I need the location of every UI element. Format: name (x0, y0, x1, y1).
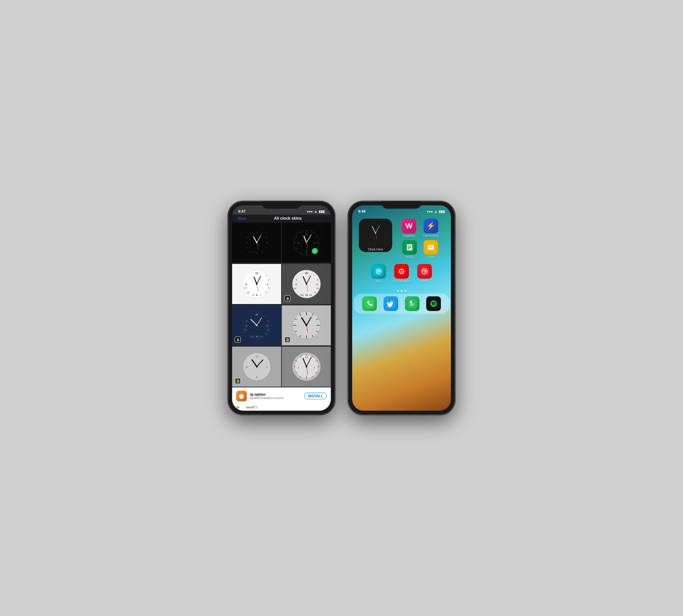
svg-text:2: 2 (268, 279, 270, 281)
battery-icon-left: ▮▮▮ (319, 210, 325, 213)
dock-evernote[interactable] (405, 296, 420, 311)
clock-widget-wrap: Clock Face (359, 219, 392, 252)
status-time-left: 9:47 (238, 209, 246, 213)
svg-point-235 (430, 300, 437, 307)
clock-skins-grid: 12 3 6 9 ✓ (232, 223, 331, 387)
ad-subtitle: $10000 Practice Account (250, 396, 301, 400)
svg-rect-233 (410, 305, 413, 306)
clock-cell-8[interactable]: 12 3 6 9 (282, 347, 331, 387)
clock-cell-5[interactable]: XII III VI IX I II IV V VII VIII X XI (232, 305, 281, 345)
svg-point-187 (294, 366, 295, 367)
svg-text:12: 12 (305, 356, 308, 358)
svg-rect-218 (429, 246, 433, 247)
svg-point-104 (305, 325, 307, 326)
svg-line-115 (307, 353, 308, 355)
clock-cell-4[interactable]: XII III VI IX I II IV V VII VIII X XI (282, 264, 331, 304)
svg-text:8: 8 (253, 294, 254, 296)
formula-text-1: 0b (236, 406, 239, 409)
svg-text:9: 9 (245, 283, 247, 286)
svg-text:7: 7 (260, 294, 261, 296)
authy-label: Authy (421, 280, 428, 283)
svg-text:IV: IV (317, 287, 319, 290)
svg-point-87 (256, 325, 257, 326)
ad-text: iq option $10000 Practice Account (250, 392, 301, 400)
app-widgetbox[interactable]: W WidgetBox (402, 219, 416, 237)
nav-bar: ‹ Back All clock skins (232, 215, 331, 223)
evernote-icon (405, 296, 420, 311)
meet-label: Meet (376, 280, 382, 283)
selected-checkmark: ✓ (312, 248, 318, 254)
svg-point-210 (375, 232, 376, 234)
dock-phone[interactable] (362, 296, 377, 311)
svg-point-16 (256, 242, 257, 243)
clock-cell-1[interactable] (232, 223, 281, 263)
svg-text:IV: IV (267, 329, 269, 331)
svg-text:VI: VI (305, 294, 308, 297)
svg-text:12: 12 (255, 272, 258, 275)
transferwise-label: TransferWise (423, 234, 439, 237)
clock-cell-6[interactable]: 🔒 (282, 305, 331, 345)
app-ytmusic[interactable]: YouTube Music (392, 264, 411, 283)
svg-text:4: 4 (268, 287, 270, 289)
app-transferwise[interactable]: ⚡ TransferWise (423, 219, 439, 237)
clock-widget[interactable]: Clock Face (359, 219, 392, 252)
svg-line-145 (305, 378, 305, 380)
svg-text:XI: XI (294, 287, 296, 290)
svg-point-178 (306, 354, 307, 355)
app-sheets[interactable]: Sheets (402, 240, 417, 259)
clock-cell-3[interactable]: 12 3 6 9 1 2 4 5 7 8 10 11 (232, 264, 281, 304)
svg-text:5: 5 (265, 291, 267, 294)
app-meet[interactable]: Meet (371, 264, 386, 283)
phone-icon (362, 296, 377, 311)
svg-line-173 (305, 353, 305, 355)
svg-text:3: 3 (266, 283, 268, 286)
ytmusic-icon (394, 264, 409, 279)
lock-badge-7: 🔒 (235, 378, 241, 384)
svg-point-54 (256, 283, 257, 285)
svg-line-128 (318, 365, 319, 366)
dock-spotify[interactable] (426, 296, 441, 311)
svg-text:10: 10 (246, 366, 248, 368)
notch-left (261, 201, 301, 209)
svg-text:I: I (314, 274, 314, 276)
back-label: Back (238, 216, 246, 220)
svg-text:V: V (314, 291, 316, 294)
spotify-icon (426, 296, 441, 311)
svg-text:VIII: VIII (250, 335, 254, 338)
clock-cell-2[interactable]: 12 3 6 9 ✓ (282, 223, 331, 263)
app-authy[interactable]: Authy (417, 264, 432, 283)
svg-text:12: 12 (305, 233, 308, 236)
signal-icon-left: ●●● (307, 210, 313, 213)
left-phone: 9:47 ●●● ▲ ▮▮▮ ‹ Back All clock skins (228, 201, 335, 415)
svg-text:1: 1 (265, 274, 267, 276)
widgetbox-icon: W (402, 219, 416, 233)
svg-line-158 (293, 368, 295, 368)
svg-text:XII: XII (305, 272, 308, 275)
wifi-icon-left: ▲ (314, 210, 318, 213)
svg-line-160 (293, 365, 295, 366)
app-slides[interactable]: Slides (424, 240, 438, 259)
right-phone: 9:48 ●●● ▲ ▮▮▮ (348, 201, 455, 415)
svg-text:III: III (266, 325, 269, 327)
svg-text:6: 6 (306, 375, 307, 378)
back-button[interactable]: ‹ Back (236, 216, 246, 220)
home-screen: Clock Face W WidgetBox ⚡ Transf (352, 215, 451, 283)
svg-point-71 (305, 283, 307, 285)
svg-text:IX: IX (295, 283, 297, 286)
ad-app-icon: ⬤ (236, 391, 247, 401)
ytmusic-label: YouTube Music (392, 280, 411, 283)
clock-cell-7[interactable]: 12 2 6 10 🔒 (232, 347, 281, 387)
twitter-icon (384, 296, 398, 311)
back-chevron: ‹ (236, 216, 237, 220)
ad-title: iq option (250, 392, 301, 396)
install-button[interactable]: INSTALL (304, 393, 327, 399)
svg-text:VII: VII (309, 294, 312, 296)
ad-bar: ⬤ iq option $10000 Practice Account INST… (232, 387, 331, 404)
svg-text:II: II (317, 279, 319, 281)
transferwise-icon: ⚡ (424, 219, 438, 233)
nav-title: All clock skins (249, 216, 327, 221)
page-dots (352, 288, 451, 294)
dock-twitter[interactable] (384, 296, 398, 311)
svg-point-112 (256, 366, 257, 368)
scene: 9:47 ●●● ▲ ▮▮▮ ‹ Back All clock skins (228, 201, 455, 415)
